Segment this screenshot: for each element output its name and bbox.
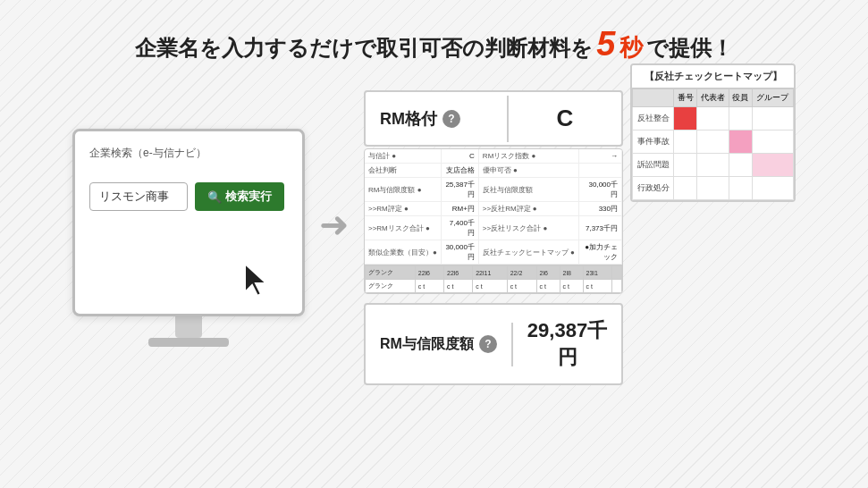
arrow-icon: ➜ [319,204,350,245]
grade-header-cell: 22l11 [473,266,507,280]
heatmap-cell [697,130,729,154]
cell: 与信計 ● [365,149,441,164]
grade-value-row: グランク c t c t c t c t c t c t c t [366,280,622,293]
grade-header-cell: グランク [366,266,416,280]
credit-help-icon[interactable]: ? [479,335,497,353]
grade-header-cell: 2l8 [560,266,583,280]
heatmap-col-header: 番号 [674,89,697,107]
results-section: RM格付 ? C 与信計 ● C RMリスク指数 ● [364,90,796,385]
monitor-stand-base [148,338,229,347]
credit-value: 29,387千円 [513,305,621,383]
rating-label: RM格付 ? [366,96,509,142]
cell: >>反社RM評定 ● [478,202,578,216]
credit-card: RM与信限度額 ? 29,387千円 [364,303,623,385]
grade-value-cell: c t [415,280,443,293]
monitor-screen: 企業検索（e-与信ナビ） リスモン商事 🔍 検索実行 [72,129,305,316]
heatmap-cell [729,130,753,154]
search-input[interactable]: リスモン商事 [89,182,188,211]
grade-value-cell: c t [583,280,611,293]
table-row: 与信計 ● C RMリスク指数 ● → [365,149,622,164]
top-results: RM格付 ? C 与信計 ● C RMリスク指数 ● [364,90,796,294]
heatmap-cell [674,130,697,154]
cell: >>反社リスク合計 ● [478,216,578,240]
data-table: 与信計 ● C RMリスク指数 ● → 会社判断 支店合格 優申可否 ● [364,148,623,294]
grade-header-row: グランク 22l6 22l6 22l11 22/2 2l6 2l8 23l1 [366,266,622,280]
heatmap-row-label: 訴訟問題 [633,154,674,177]
grade-value-cell: c t [473,280,507,293]
table-row: >>RMリスク合計 ● 7,400千円 >>反社リスク合計 ● 7,373千円 [365,216,622,240]
heatmap-cell [729,154,753,177]
cell: RMリスク指数 ● [478,149,578,164]
heatmap-row: 行政処分 [633,177,794,200]
heatmap-row-label: 事件事故 [633,130,674,154]
grade-table: グランク 22l6 22l6 22l11 22/2 2l6 2l8 23l1 [365,265,622,293]
rating-card: RM格付 ? C [364,90,623,147]
heatmap-cell [729,177,753,200]
monitor-stand-neck [175,316,202,338]
heatmap-col-header [633,89,674,107]
grade-header-cell [611,266,621,280]
heatmap-panel: 【反社チェックヒートマップ】 番号 代表者 役員 グループ [630,63,796,202]
rating-label-text: RM格付 [380,108,437,130]
grade-header-cell: 23l1 [583,266,611,280]
cell: 7,373千円 [578,216,621,240]
svg-marker-0 [245,264,266,296]
grade-header-cell: 22l6 [443,266,472,280]
credit-label-text: RM与信限度額 [380,335,474,354]
table-row: 類似企業数（目安）● 30,000千円 反社チェックヒートマップ ● ●加力チェ… [365,240,622,265]
cell: 支店合格 [441,164,478,178]
cell [578,164,621,178]
heatmap-row-label: 反社整合 [633,107,674,130]
grade-value-cell: c t [443,280,472,293]
cell: 類似企業数（目安）● [365,240,441,265]
grade-value-cell: c t [536,280,560,293]
arrow-section: ➜ [314,204,355,245]
page-content: 企業名を入力するだけで取引可否の判断材料を 5 秒 で提供！ 企業検索（e-与信… [0,0,868,488]
cell: C [441,149,478,164]
cell: >>RMリスク合計 ● [365,216,441,240]
heatmap-title: 【反社チェックヒートマップ】 [632,65,794,88]
cell: 会社判断 [365,164,441,178]
table-row: RM与信限度額 ● 25,387千円 反社与信限度額 30,000千円 [365,178,622,202]
heatmap-table: 番号 代表者 役員 グループ 反社整合 [632,88,794,200]
cell: 30,000千円 [441,240,478,265]
cell: 反社与信限度額 [478,178,578,202]
header-unit: 秒 [619,34,643,61]
rating-help-icon[interactable]: ? [442,110,460,128]
grade-value-cell: c t [560,280,583,293]
table-row: >>RM評定 ● RM+円 >>反社RM評定 ● 330円 [365,202,622,216]
grade-header-cell: 2l6 [536,266,560,280]
search-button[interactable]: 🔍 検索実行 [195,182,284,211]
grade-header-cell: 22/2 [507,266,536,280]
heatmap-col-header: グループ [752,89,793,107]
cell: >>RM評定 ● [365,202,441,216]
heatmap-cell [752,130,793,154]
rating-value: C [509,92,621,145]
cell: RM+円 [441,202,478,216]
heatmap-row: 反社整合 [633,107,794,130]
heatmap-row-label: 行政処分 [633,177,674,200]
cell: 7,400千円 [441,216,478,240]
cell: RM与信限度額 ● [365,178,441,202]
heatmap-cell [752,154,793,177]
heatmap-row: 事件事故 [633,130,794,154]
grade-section: グランク 22l6 22l6 22l11 22/2 2l6 2l8 23l1 [365,265,622,293]
heatmap-row: 訴訟問題 [633,154,794,177]
heatmap-cell [697,177,729,200]
heatmap-header-row: 番号 代表者 役員 グループ [633,89,794,107]
header-suffix: で提供！ [646,36,733,60]
cell: 反社チェックヒートマップ ● [478,240,578,265]
heatmap-cell [697,154,729,177]
table-row: 会社判断 支店合格 優申可否 ● [365,164,622,178]
header-highlight-number: 5 [596,25,615,63]
cell: 330円 [578,202,621,216]
monitor-mockup: 企業検索（e-与信ナビ） リスモン商事 🔍 検索実行 [72,129,305,347]
heatmap-cell [729,107,753,130]
heatmap-col-header: 代表者 [697,89,729,107]
cursor-icon [241,262,270,298]
heatmap-cell [674,177,697,200]
cell: ●加力チェック [578,240,621,265]
grade-value-cell: グランク [366,280,416,293]
search-button-label: 検索実行 [225,189,272,205]
heatmap-col-header: 役員 [729,89,753,107]
